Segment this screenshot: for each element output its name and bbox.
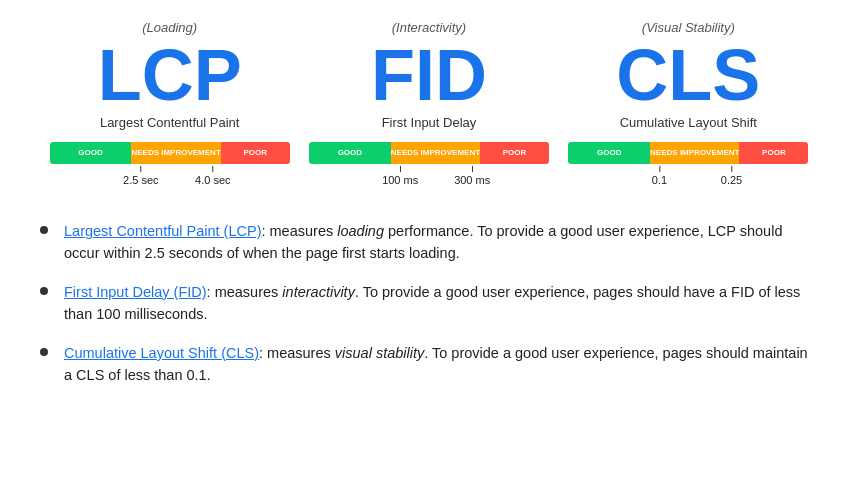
bullet-text-2: Cumulative Layout Shift (CLS): measures … xyxy=(64,342,818,387)
metrics-section: (Loading) LCP Largest Contentful Paint G… xyxy=(40,20,818,190)
tick1-label-lcp: 2.5 sec xyxy=(123,174,158,186)
bullet-dot-2 xyxy=(40,348,48,356)
bar-good-lcp: GOOD xyxy=(50,142,132,164)
metric-card-lcp: (Loading) LCP Largest Contentful Paint G… xyxy=(50,20,290,190)
bar-poor-cls: POOR xyxy=(739,142,808,164)
metric-fullname-fid: First Input Delay xyxy=(382,115,477,130)
bar-container-lcp: GOOD NEEDS IMPROVEMENT POOR 2.5 sec 4.0 … xyxy=(50,142,290,190)
tick-line1-fid xyxy=(400,166,401,172)
bullet-text-1: First Input Delay (FID): measures intera… xyxy=(64,281,818,326)
italic-text-0: loading xyxy=(337,223,384,239)
bullet-text-0: Largest Contentful Paint (LCP): measures… xyxy=(64,220,818,265)
bullet-link-0[interactable]: Largest Contentful Paint (LCP) xyxy=(64,223,261,239)
tick-line1-lcp xyxy=(140,166,141,172)
bar-needs-lcp: NEEDS IMPROVEMENT xyxy=(131,142,220,164)
italic-text-1: interactivity xyxy=(282,284,355,300)
bar-poor-lcp: POOR xyxy=(221,142,290,164)
bullet-item-2: Cumulative Layout Shift (CLS): measures … xyxy=(40,342,818,387)
bar-track-lcp: GOOD NEEDS IMPROVEMENT POOR xyxy=(50,142,290,164)
tick-line2-cls xyxy=(731,166,732,172)
bar-track-cls: GOOD NEEDS IMPROVEMENT POOR xyxy=(568,142,808,164)
metric-fullname-cls: Cumulative Layout Shift xyxy=(620,115,757,130)
bar-needs-cls: NEEDS IMPROVEMENT xyxy=(650,142,739,164)
metric-category-cls: (Visual Stability) xyxy=(642,20,735,35)
bar-label-good-lcp: GOOD xyxy=(78,149,102,158)
bar-label-needs-cls: NEEDS IMPROVEMENT xyxy=(650,149,739,158)
bar-good-fid: GOOD xyxy=(309,142,391,164)
bar-good-cls: GOOD xyxy=(568,142,650,164)
tick-line2-fid xyxy=(472,166,473,172)
tick2-label-fid: 300 ms xyxy=(454,174,490,186)
bar-label-poor-cls: POOR xyxy=(762,149,786,158)
bar-container-fid: GOOD NEEDS IMPROVEMENT POOR 100 ms 300 m… xyxy=(309,142,549,190)
italic-text-2: visual stability xyxy=(335,345,424,361)
metric-category-lcp: (Loading) xyxy=(142,20,197,35)
tick-line2-lcp xyxy=(212,166,213,172)
tick2-label-cls: 0.25 xyxy=(721,174,742,186)
bullet-item-1: First Input Delay (FID): measures intera… xyxy=(40,281,818,326)
metric-card-fid: (Interactivity) FID First Input Delay GO… xyxy=(309,20,549,190)
bullet-dot-0 xyxy=(40,226,48,234)
tick-line1-cls xyxy=(659,166,660,172)
bullet-item-0: Largest Contentful Paint (LCP): measures… xyxy=(40,220,818,265)
bullet-link-2[interactable]: Cumulative Layout Shift (CLS) xyxy=(64,345,259,361)
metric-card-cls: (Visual Stability) CLS Cumulative Layout… xyxy=(568,20,808,190)
metric-abbr-fid: FID xyxy=(371,39,487,111)
bar-label-good-fid: GOOD xyxy=(338,149,362,158)
metric-category-fid: (Interactivity) xyxy=(392,20,466,35)
bullet-link-1[interactable]: First Input Delay (FID) xyxy=(64,284,207,300)
tick1-label-fid: 100 ms xyxy=(382,174,418,186)
bar-label-needs-fid: NEEDS IMPROVEMENT xyxy=(391,149,480,158)
bullet-list: Largest Contentful Paint (LCP): measures… xyxy=(40,220,818,387)
metric-abbr-lcp: LCP xyxy=(98,39,242,111)
bar-needs-fid: NEEDS IMPROVEMENT xyxy=(391,142,480,164)
tick1-label-cls: 0.1 xyxy=(652,174,667,186)
metric-abbr-cls: CLS xyxy=(616,39,760,111)
bar-track-fid: GOOD NEEDS IMPROVEMENT POOR xyxy=(309,142,549,164)
bar-label-needs-lcp: NEEDS IMPROVEMENT xyxy=(131,149,220,158)
metric-fullname-lcp: Largest Contentful Paint xyxy=(100,115,239,130)
bar-label-good-cls: GOOD xyxy=(597,149,621,158)
bar-label-poor-fid: POOR xyxy=(503,149,527,158)
bullet-dot-1 xyxy=(40,287,48,295)
bar-label-poor-lcp: POOR xyxy=(243,149,267,158)
tick2-label-lcp: 4.0 sec xyxy=(195,174,230,186)
bar-container-cls: GOOD NEEDS IMPROVEMENT POOR 0.1 0.25 xyxy=(568,142,808,190)
bar-poor-fid: POOR xyxy=(480,142,549,164)
